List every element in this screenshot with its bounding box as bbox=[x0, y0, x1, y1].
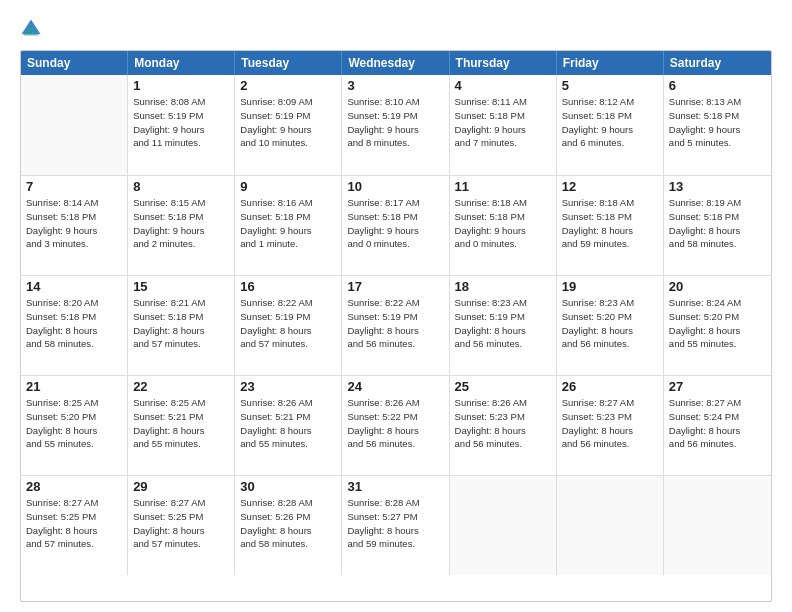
day-number: 1 bbox=[133, 78, 229, 93]
calendar-cell: 13Sunrise: 8:19 AM Sunset: 5:18 PM Dayli… bbox=[664, 176, 771, 275]
calendar-cell: 25Sunrise: 8:26 AM Sunset: 5:23 PM Dayli… bbox=[450, 376, 557, 475]
calendar-week-4: 21Sunrise: 8:25 AM Sunset: 5:20 PM Dayli… bbox=[21, 375, 771, 475]
day-info: Sunrise: 8:27 AM Sunset: 5:23 PM Dayligh… bbox=[562, 396, 658, 451]
calendar-week-5: 28Sunrise: 8:27 AM Sunset: 5:25 PM Dayli… bbox=[21, 475, 771, 575]
calendar-cell bbox=[664, 476, 771, 575]
day-info: Sunrise: 8:18 AM Sunset: 5:18 PM Dayligh… bbox=[562, 196, 658, 251]
day-number: 3 bbox=[347, 78, 443, 93]
day-info: Sunrise: 8:14 AM Sunset: 5:18 PM Dayligh… bbox=[26, 196, 122, 251]
header-cell-friday: Friday bbox=[557, 51, 664, 75]
calendar-cell: 7Sunrise: 8:14 AM Sunset: 5:18 PM Daylig… bbox=[21, 176, 128, 275]
day-number: 23 bbox=[240, 379, 336, 394]
calendar-cell bbox=[557, 476, 664, 575]
day-info: Sunrise: 8:28 AM Sunset: 5:26 PM Dayligh… bbox=[240, 496, 336, 551]
day-number: 5 bbox=[562, 78, 658, 93]
header-cell-thursday: Thursday bbox=[450, 51, 557, 75]
header bbox=[20, 18, 772, 40]
day-info: Sunrise: 8:22 AM Sunset: 5:19 PM Dayligh… bbox=[240, 296, 336, 351]
calendar-cell: 28Sunrise: 8:27 AM Sunset: 5:25 PM Dayli… bbox=[21, 476, 128, 575]
calendar-cell: 2Sunrise: 8:09 AM Sunset: 5:19 PM Daylig… bbox=[235, 75, 342, 175]
calendar-cell: 12Sunrise: 8:18 AM Sunset: 5:18 PM Dayli… bbox=[557, 176, 664, 275]
day-info: Sunrise: 8:28 AM Sunset: 5:27 PM Dayligh… bbox=[347, 496, 443, 551]
calendar-week-2: 7Sunrise: 8:14 AM Sunset: 5:18 PM Daylig… bbox=[21, 175, 771, 275]
day-number: 26 bbox=[562, 379, 658, 394]
header-cell-saturday: Saturday bbox=[664, 51, 771, 75]
day-info: Sunrise: 8:12 AM Sunset: 5:18 PM Dayligh… bbox=[562, 95, 658, 150]
day-info: Sunrise: 8:27 AM Sunset: 5:25 PM Dayligh… bbox=[133, 496, 229, 551]
calendar-cell bbox=[450, 476, 557, 575]
day-number: 19 bbox=[562, 279, 658, 294]
day-number: 12 bbox=[562, 179, 658, 194]
calendar-cell: 24Sunrise: 8:26 AM Sunset: 5:22 PM Dayli… bbox=[342, 376, 449, 475]
day-info: Sunrise: 8:26 AM Sunset: 5:21 PM Dayligh… bbox=[240, 396, 336, 451]
day-info: Sunrise: 8:09 AM Sunset: 5:19 PM Dayligh… bbox=[240, 95, 336, 150]
day-number: 21 bbox=[26, 379, 122, 394]
calendar-cell: 19Sunrise: 8:23 AM Sunset: 5:20 PM Dayli… bbox=[557, 276, 664, 375]
calendar-cell: 6Sunrise: 8:13 AM Sunset: 5:18 PM Daylig… bbox=[664, 75, 771, 175]
day-info: Sunrise: 8:26 AM Sunset: 5:22 PM Dayligh… bbox=[347, 396, 443, 451]
calendar-cell: 14Sunrise: 8:20 AM Sunset: 5:18 PM Dayli… bbox=[21, 276, 128, 375]
day-number: 30 bbox=[240, 479, 336, 494]
day-number: 10 bbox=[347, 179, 443, 194]
day-info: Sunrise: 8:22 AM Sunset: 5:19 PM Dayligh… bbox=[347, 296, 443, 351]
day-info: Sunrise: 8:27 AM Sunset: 5:25 PM Dayligh… bbox=[26, 496, 122, 551]
calendar-cell: 17Sunrise: 8:22 AM Sunset: 5:19 PM Dayli… bbox=[342, 276, 449, 375]
day-number: 29 bbox=[133, 479, 229, 494]
day-number: 8 bbox=[133, 179, 229, 194]
day-number: 27 bbox=[669, 379, 766, 394]
day-info: Sunrise: 8:23 AM Sunset: 5:20 PM Dayligh… bbox=[562, 296, 658, 351]
day-info: Sunrise: 8:17 AM Sunset: 5:18 PM Dayligh… bbox=[347, 196, 443, 251]
day-number: 25 bbox=[455, 379, 551, 394]
calendar-cell: 22Sunrise: 8:25 AM Sunset: 5:21 PM Dayli… bbox=[128, 376, 235, 475]
day-info: Sunrise: 8:13 AM Sunset: 5:18 PM Dayligh… bbox=[669, 95, 766, 150]
calendar-header: SundayMondayTuesdayWednesdayThursdayFrid… bbox=[21, 51, 771, 75]
day-number: 9 bbox=[240, 179, 336, 194]
calendar-cell: 26Sunrise: 8:27 AM Sunset: 5:23 PM Dayli… bbox=[557, 376, 664, 475]
calendar-cell: 4Sunrise: 8:11 AM Sunset: 5:18 PM Daylig… bbox=[450, 75, 557, 175]
day-info: Sunrise: 8:15 AM Sunset: 5:18 PM Dayligh… bbox=[133, 196, 229, 251]
day-number: 11 bbox=[455, 179, 551, 194]
day-number: 18 bbox=[455, 279, 551, 294]
calendar-week-3: 14Sunrise: 8:20 AM Sunset: 5:18 PM Dayli… bbox=[21, 275, 771, 375]
day-info: Sunrise: 8:24 AM Sunset: 5:20 PM Dayligh… bbox=[669, 296, 766, 351]
calendar-cell: 20Sunrise: 8:24 AM Sunset: 5:20 PM Dayli… bbox=[664, 276, 771, 375]
day-number: 6 bbox=[669, 78, 766, 93]
logo-icon bbox=[20, 18, 42, 40]
day-info: Sunrise: 8:27 AM Sunset: 5:24 PM Dayligh… bbox=[669, 396, 766, 451]
calendar-cell: 18Sunrise: 8:23 AM Sunset: 5:19 PM Dayli… bbox=[450, 276, 557, 375]
day-info: Sunrise: 8:11 AM Sunset: 5:18 PM Dayligh… bbox=[455, 95, 551, 150]
calendar-cell bbox=[21, 75, 128, 175]
day-info: Sunrise: 8:10 AM Sunset: 5:19 PM Dayligh… bbox=[347, 95, 443, 150]
day-info: Sunrise: 8:19 AM Sunset: 5:18 PM Dayligh… bbox=[669, 196, 766, 251]
calendar-body: 1Sunrise: 8:08 AM Sunset: 5:19 PM Daylig… bbox=[21, 75, 771, 575]
day-number: 2 bbox=[240, 78, 336, 93]
header-cell-tuesday: Tuesday bbox=[235, 51, 342, 75]
day-number: 7 bbox=[26, 179, 122, 194]
day-number: 31 bbox=[347, 479, 443, 494]
day-number: 15 bbox=[133, 279, 229, 294]
calendar-cell: 29Sunrise: 8:27 AM Sunset: 5:25 PM Dayli… bbox=[128, 476, 235, 575]
calendar-cell: 5Sunrise: 8:12 AM Sunset: 5:18 PM Daylig… bbox=[557, 75, 664, 175]
logo bbox=[20, 18, 46, 40]
calendar-cell: 31Sunrise: 8:28 AM Sunset: 5:27 PM Dayli… bbox=[342, 476, 449, 575]
calendar-cell: 15Sunrise: 8:21 AM Sunset: 5:18 PM Dayli… bbox=[128, 276, 235, 375]
calendar-cell: 8Sunrise: 8:15 AM Sunset: 5:18 PM Daylig… bbox=[128, 176, 235, 275]
calendar-cell: 11Sunrise: 8:18 AM Sunset: 5:18 PM Dayli… bbox=[450, 176, 557, 275]
day-info: Sunrise: 8:16 AM Sunset: 5:18 PM Dayligh… bbox=[240, 196, 336, 251]
calendar-cell: 10Sunrise: 8:17 AM Sunset: 5:18 PM Dayli… bbox=[342, 176, 449, 275]
header-cell-wednesday: Wednesday bbox=[342, 51, 449, 75]
day-info: Sunrise: 8:25 AM Sunset: 5:20 PM Dayligh… bbox=[26, 396, 122, 451]
calendar-cell: 3Sunrise: 8:10 AM Sunset: 5:19 PM Daylig… bbox=[342, 75, 449, 175]
day-info: Sunrise: 8:25 AM Sunset: 5:21 PM Dayligh… bbox=[133, 396, 229, 451]
day-number: 16 bbox=[240, 279, 336, 294]
day-info: Sunrise: 8:26 AM Sunset: 5:23 PM Dayligh… bbox=[455, 396, 551, 451]
day-number: 14 bbox=[26, 279, 122, 294]
day-info: Sunrise: 8:18 AM Sunset: 5:18 PM Dayligh… bbox=[455, 196, 551, 251]
calendar-cell: 1Sunrise: 8:08 AM Sunset: 5:19 PM Daylig… bbox=[128, 75, 235, 175]
day-info: Sunrise: 8:20 AM Sunset: 5:18 PM Dayligh… bbox=[26, 296, 122, 351]
day-number: 24 bbox=[347, 379, 443, 394]
header-cell-monday: Monday bbox=[128, 51, 235, 75]
day-info: Sunrise: 8:21 AM Sunset: 5:18 PM Dayligh… bbox=[133, 296, 229, 351]
day-number: 4 bbox=[455, 78, 551, 93]
calendar-week-1: 1Sunrise: 8:08 AM Sunset: 5:19 PM Daylig… bbox=[21, 75, 771, 175]
